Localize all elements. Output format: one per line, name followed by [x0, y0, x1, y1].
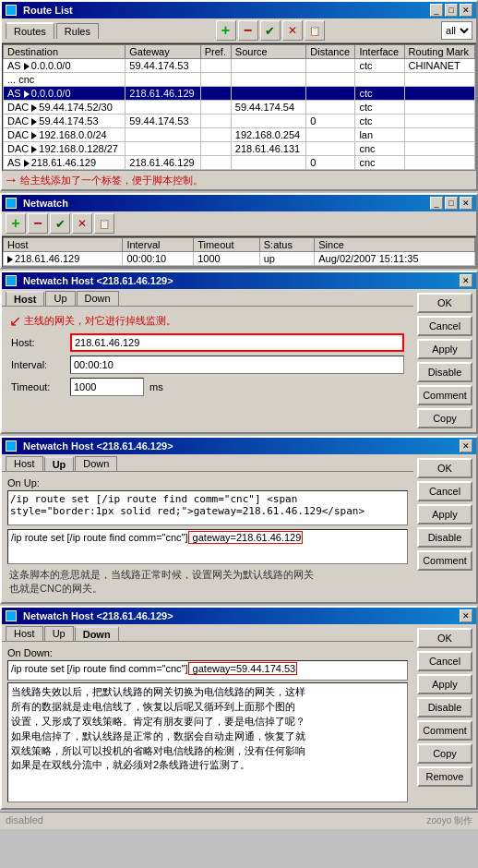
- tab2-host[interactable]: Host: [6, 456, 43, 471]
- host2-code-textarea[interactable]: /ip route set [/ip route find comm="cnc"…: [7, 490, 408, 525]
- col-pref: Pref.: [200, 45, 231, 59]
- host3-body: Host Up Down On Down: /ip route set [/ip…: [2, 624, 476, 808]
- cell-interface: ctc: [355, 115, 404, 128]
- status-text: disabled: [6, 814, 43, 827]
- netwatch-controls: _ □ ✕: [430, 197, 472, 210]
- host2-apply-btn[interactable]: Apply: [417, 504, 472, 524]
- table-row[interactable]: AS 0.0.0.0/0 218.61.46.129 ctc: [4, 87, 475, 101]
- tab2-down[interactable]: Down: [75, 456, 117, 471]
- tab3-host[interactable]: Host: [6, 626, 43, 641]
- table-row[interactable]: ... cnc: [4, 73, 475, 87]
- table-row[interactable]: AS 218.61.46.129 218.61.46.129 0 cnc: [4, 156, 475, 170]
- nw-copy-btn[interactable]: 📋: [94, 213, 114, 234]
- cell-source: 59.44.174.54: [231, 101, 305, 115]
- host3-disable-btn[interactable]: Disable: [417, 697, 472, 717]
- remove-route-btn[interactable]: −: [238, 20, 258, 41]
- cell-pref: [200, 115, 231, 128]
- host1-apply-btn[interactable]: Apply: [417, 339, 472, 359]
- host2-comment-btn[interactable]: Comment: [417, 550, 472, 571]
- h2-close-btn[interactable]: ✕: [460, 440, 472, 452]
- tab-host[interactable]: Host: [6, 291, 44, 306]
- close-btn[interactable]: ✕: [460, 4, 472, 17]
- minimize-btn[interactable]: _: [430, 4, 443, 17]
- nw-edit-btn[interactable]: ✔: [50, 213, 70, 234]
- host1-title: Netwatch Host <218.61.46.129>: [6, 275, 173, 286]
- nw-add-btn[interactable]: +: [6, 213, 26, 234]
- cell-mark: [404, 142, 474, 156]
- table-row[interactable]: DAC 59.44.174.53 59.44.174.53 0 ctc: [4, 115, 475, 128]
- tab-rules[interactable]: Rules: [56, 23, 99, 39]
- nw-maximize-btn[interactable]: □: [445, 197, 458, 210]
- cell-mark: [404, 87, 474, 101]
- host1-ok-btn[interactable]: OK: [417, 293, 472, 313]
- host2-disable-btn[interactable]: Disable: [417, 527, 472, 548]
- host1-cancel-btn[interactable]: Cancel: [417, 316, 472, 336]
- nw-delete-btn[interactable]: ✕: [72, 213, 92, 234]
- nw-close-btn[interactable]: ✕: [460, 197, 472, 210]
- host3-ok-btn[interactable]: OK: [417, 628, 472, 648]
- delete-route-btn[interactable]: ✕: [282, 20, 303, 41]
- netwatch-row[interactable]: 218.61.46.129 00:00:10 1000 up Aug/02/20…: [4, 252, 475, 266]
- host2-title: Netwatch Host <218.61.46.129>: [6, 440, 173, 452]
- cell-mark: [404, 101, 474, 115]
- host2-ok-btn[interactable]: OK: [417, 458, 472, 478]
- host3-comment-btn[interactable]: Comment: [417, 720, 472, 741]
- bottom-bar: disabled zooyo 制作: [0, 812, 478, 829]
- nw-cell-interval: 00:00:10: [123, 252, 194, 266]
- host1-comment-btn[interactable]: Comment: [417, 385, 472, 405]
- host1-interval-input[interactable]: [70, 356, 404, 374]
- host1-controls: ✕: [460, 274, 472, 287]
- host3-controls: ✕: [460, 609, 472, 622]
- cell-destination: AS 0.0.0.0/0: [4, 59, 125, 73]
- copy-route-btn[interactable]: 📋: [305, 20, 325, 41]
- host2-cancel-btn[interactable]: Cancel: [417, 481, 472, 501]
- nw-cell-timeout: 1000: [194, 252, 260, 266]
- host2-body: Host Up Down On Up: /ip route set [/ip r…: [2, 454, 476, 602]
- nw-col-host: Host: [4, 238, 123, 252]
- cell-source: [231, 73, 305, 87]
- nw-cell-since: Aug/02/2007 15:11:35: [315, 252, 475, 266]
- tab-up[interactable]: Up: [45, 291, 75, 306]
- route-list-title: Route List: [6, 5, 73, 16]
- nw-col-status: S:atus: [259, 238, 315, 252]
- host1-host-input[interactable]: [70, 333, 404, 352]
- maximize-btn[interactable]: □: [445, 4, 458, 17]
- tab-down[interactable]: Down: [77, 291, 119, 306]
- host3-copy-btn[interactable]: Copy: [417, 743, 472, 764]
- cell-distance: [306, 142, 355, 156]
- netwatch-host2-window: Netwatch Host <218.61.46.129> ✕ Host Up …: [0, 436, 478, 604]
- table-row[interactable]: DAC 59.44.174.52/30 59.44.174.54 ctc: [4, 101, 475, 115]
- host3-cancel-btn[interactable]: Cancel: [417, 651, 472, 671]
- host1-copy-btn[interactable]: Copy: [417, 408, 472, 428]
- nw-remove-btn[interactable]: −: [28, 213, 48, 234]
- host1-tab-content: ↙ 主线的网关，对它进行掉线监测。 Host: Interval: Timeou…: [2, 306, 413, 429]
- nw-minimize-btn[interactable]: _: [430, 197, 443, 210]
- host3-apply-btn[interactable]: Apply: [417, 674, 472, 694]
- cell-pref: [200, 73, 231, 87]
- host1-disable-btn[interactable]: Disable: [417, 362, 472, 382]
- h1-close-btn[interactable]: ✕: [460, 274, 472, 287]
- cell-gateway: 59.44.174.53: [125, 59, 200, 73]
- cell-interface: lan: [355, 128, 404, 142]
- add-route-btn[interactable]: +: [216, 20, 236, 41]
- host3-remove-btn[interactable]: Remove: [417, 766, 472, 787]
- tab3-up[interactable]: Up: [44, 626, 74, 641]
- h3-close-btn[interactable]: ✕: [460, 609, 472, 622]
- cell-gateway: [125, 142, 200, 156]
- netwatch-host3-window: Netwatch Host <218.61.46.129> ✕ Host Up …: [0, 606, 478, 810]
- edit-route-btn[interactable]: ✔: [260, 20, 281, 41]
- table-row[interactable]: DAC 192.168.0.0/24 192.168.0.254 lan: [4, 128, 475, 142]
- tab2-up[interactable]: Up: [44, 456, 75, 471]
- cell-gateway: 218.61.46.129: [125, 156, 200, 170]
- route-filter-select[interactable]: all: [441, 21, 472, 40]
- host1-body: Host Up Down ↙ 主线的网关，对它进行掉线监测。 Host: Int…: [2, 289, 476, 432]
- host-label: Host:: [11, 337, 66, 348]
- tab-routes[interactable]: Routes: [6, 22, 54, 39]
- host1-timeout-input[interactable]: [70, 378, 144, 396]
- tab3-down[interactable]: Down: [75, 626, 119, 641]
- cell-interface: cnc: [355, 142, 404, 156]
- host1-interval-row: Interval:: [6, 354, 410, 376]
- table-row[interactable]: AS 0.0.0.0/0 59.44.174.53 ctc CHINANET: [4, 59, 475, 73]
- route-table-container: Destination Gateway Pref. Source Distanc…: [2, 43, 476, 171]
- table-row[interactable]: DAC 192.168.0.128/27 218.61.46.131 cnc: [4, 142, 475, 156]
